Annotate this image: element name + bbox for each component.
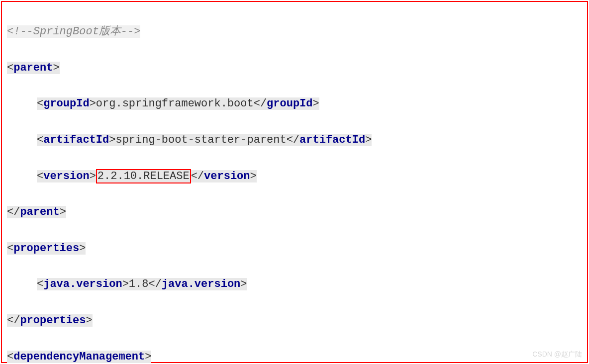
- tag-parent-close: parent: [20, 206, 59, 218]
- code-line: </parent>: [7, 203, 582, 221]
- xml-code: <!--SpringBoot版本--> <parent> <groupId>or…: [7, 5, 582, 364]
- xml-comment: <!--SpringBoot版本-->: [7, 25, 140, 38]
- tag-depmgmt-open: dependencyManagement: [13, 351, 145, 363]
- text-parent-artifactid: spring-boot-starter-parent: [115, 134, 286, 146]
- code-line: <artifactId>spring-boot-starter-parent</…: [7, 131, 582, 149]
- text-parent-groupid: org.springframework.boot: [96, 97, 254, 110]
- code-line: <java.version>1.8</java.version>: [7, 275, 582, 293]
- code-line: <dependencyManagement>: [7, 348, 582, 364]
- tag-artifactid: artifactId: [43, 134, 109, 146]
- tag-groupid: groupId: [43, 97, 89, 110]
- code-line: <properties>: [7, 240, 582, 258]
- code-block-container: <!--SpringBoot版本--> <parent> <groupId>or…: [1, 1, 588, 363]
- tag-parent-open: parent: [13, 62, 53, 74]
- code-line: </properties>: [7, 312, 582, 330]
- highlighted-version-springboot: 2.2.10.RELEASE: [96, 169, 191, 183]
- tag-java-version: java.version: [43, 278, 122, 290]
- code-line: <version>2.2.10.RELEASE</version>: [7, 168, 582, 185]
- tag-version: version: [43, 170, 89, 182]
- code-line: <groupId>org.springframework.boot</group…: [7, 95, 582, 113]
- text-java-version: 1.8: [129, 278, 149, 290]
- tag-properties-open: properties: [13, 242, 79, 255]
- tag-properties-close: properties: [20, 314, 86, 327]
- code-line: <!--SpringBoot版本-->: [7, 23, 582, 41]
- code-line: <parent>: [7, 59, 582, 77]
- watermark-text: CSDN @赵广陆: [532, 349, 582, 360]
